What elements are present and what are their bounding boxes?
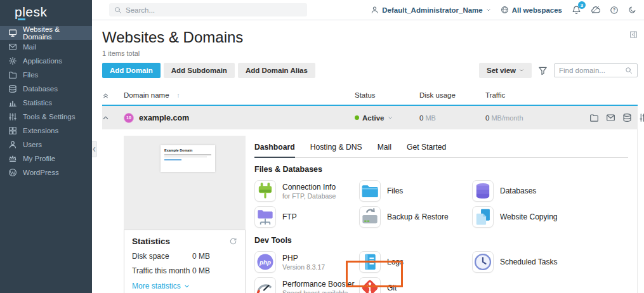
site-preview-thumbnail[interactable]: Example Domain (124, 136, 246, 230)
tab-dashboard[interactable]: Dashboard (254, 141, 295, 158)
sidebar-item-files[interactable]: Files (0, 68, 92, 82)
cloud-sync-button[interactable] (591, 5, 600, 15)
mail-icon[interactable] (606, 113, 615, 122)
topbar-right: Default_Administrator_Name All webspaces… (371, 5, 644, 15)
tile-label: Backup & Restore (387, 212, 449, 221)
add-domain-alias-button[interactable]: Add Domain Alias (238, 63, 315, 78)
gear-icon (8, 56, 17, 65)
more-statistics-link[interactable]: More statistics (132, 282, 237, 290)
tile-label: Logs (387, 257, 404, 266)
sidebar-item-my-profile[interactable]: My Profile (0, 152, 92, 166)
sidebar-collapse-handle[interactable]: ❮ (92, 141, 97, 157)
sidebar-item-label: Databases (23, 85, 58, 93)
user-name: Default_Administrator_Name (382, 6, 482, 14)
collapse-all-icon[interactable] (102, 92, 109, 99)
tile-website-copying[interactable]: Website Copying (472, 205, 628, 229)
sidebar-item-wordpress[interactable]: WordPress (0, 166, 92, 179)
statistics-row: Traffic this month0 MB (132, 266, 237, 275)
find-domain-input[interactable] (559, 67, 622, 74)
status-dot-icon (355, 115, 359, 120)
sliders-icon[interactable] (639, 113, 644, 122)
sidebar-item-label: Applications (23, 57, 62, 65)
dark-mode-toggle[interactable] (628, 6, 636, 14)
tile-label: Connection Info (282, 183, 336, 192)
tile-performance-booster[interactable]: Performance BoosterSpeed boost available (254, 276, 359, 293)
tile-php[interactable]: phpPHPVersion 8.3.17 (254, 250, 359, 274)
user-menu[interactable]: Default_Administrator_Name (371, 6, 490, 14)
sidebar-item-label: Websites & Domains (23, 25, 88, 41)
tile-databases[interactable]: Databases (472, 179, 628, 203)
database-icon[interactable] (622, 113, 632, 122)
tile-files[interactable]: Files (359, 179, 472, 203)
svg-text:php: php (259, 259, 271, 266)
plug-icon (254, 180, 276, 202)
status-label: Active (362, 114, 384, 122)
tile-connection-info[interactable]: Connection Infofor FTP, Database (254, 179, 359, 203)
sidebar-item-extensions[interactable]: Extensions (0, 124, 92, 138)
help-icon: ? (610, 6, 619, 15)
tile-backup-restore[interactable]: Backup & Restore (359, 205, 472, 229)
tab-get-started[interactable]: Get Started (407, 141, 446, 157)
folder-icon (8, 70, 17, 79)
row-collapse-icon[interactable] (102, 114, 109, 121)
sidebar-item-websites-domains[interactable]: Websites & Domains (0, 26, 92, 40)
toolbar: Add Domain Add Subdomain Add Domain Alia… (102, 63, 638, 78)
statistics-title: Statistics (132, 237, 170, 246)
sidebar-item-label: My Profile (23, 155, 55, 162)
tile-git[interactable]: Git (359, 276, 472, 293)
tile-label: Git (387, 283, 397, 292)
db-tile-icon (472, 180, 494, 202)
status-dropdown[interactable]: Active (355, 114, 419, 122)
chevron-down-icon (388, 115, 393, 120)
sidebar-item-label: Users (23, 141, 42, 148)
sidebar-item-tools-settings[interactable]: Tools & Settings (0, 110, 92, 124)
tab-mail[interactable]: Mail (378, 141, 391, 157)
database-icon (8, 84, 17, 93)
column-disk-usage[interactable]: Disk usage (419, 91, 485, 99)
tile-label: Performance Booster (282, 280, 354, 289)
sidebar-item-statistics[interactable]: Statistics (0, 96, 92, 110)
backup-icon (359, 206, 381, 228)
tile-sublabel: Version 8.3.17 (282, 263, 325, 271)
global-search[interactable] (109, 3, 307, 16)
add-domain-button[interactable]: Add Domain (102, 63, 161, 78)
notification-badge: 3 (578, 1, 586, 9)
sidebar-item-users[interactable]: Users (0, 138, 92, 152)
refresh-icon[interactable] (229, 237, 237, 245)
tile-ftp[interactable]: FTP (254, 205, 359, 229)
tile-logs[interactable]: Logs (359, 250, 472, 274)
collapse-panel-icon[interactable] (629, 30, 638, 39)
tile-label: Databases (500, 186, 536, 195)
sidebar-item-label: Extensions (23, 127, 58, 134)
sidebar-item-label: Statistics (23, 99, 52, 107)
chevron-down-icon (519, 68, 524, 73)
column-traffic[interactable]: Traffic (485, 91, 589, 99)
folder-icon[interactable] (589, 113, 599, 122)
column-domain-name[interactable]: Domain name ↑ (124, 91, 355, 99)
notifications-button[interactable]: 3 (572, 5, 581, 15)
workspaces-menu[interactable]: All webspaces (501, 6, 562, 14)
plesk-logo-text: plesk (15, 4, 48, 20)
sidebar-item-mail[interactable]: Mail (0, 40, 92, 54)
cloud-slash-icon (591, 5, 600, 15)
gauge-icon (254, 277, 276, 293)
chevron-down-icon (184, 283, 190, 289)
sort-ascending-icon: ↑ (177, 92, 180, 99)
sidebar-item-applications[interactable]: Applications (0, 54, 92, 68)
help-button[interactable]: ? (610, 6, 619, 15)
domain-tabs: DashboardHosting & DNSMailGet Started (254, 141, 628, 158)
global-search-input[interactable] (126, 6, 302, 14)
plesk-logo[interactable]: plesk (0, 0, 92, 26)
column-status[interactable]: Status (355, 91, 419, 99)
filter-funnel-icon[interactable] (538, 66, 548, 75)
find-domain-box[interactable] (554, 63, 638, 77)
domain-details: Example Domain Statistics Disk space0 MB… (102, 129, 638, 293)
add-subdomain-button[interactable]: Add Subdomain (164, 63, 235, 78)
tile-scheduled-tasks[interactable]: Scheduled Tasks (472, 250, 628, 274)
domain-name-link[interactable]: example.com (139, 114, 189, 122)
globe-icon (501, 6, 509, 14)
set-view-button[interactable]: Set view (479, 63, 532, 78)
tile-label: Files (387, 186, 403, 195)
tab-hosting-dns[interactable]: Hosting & DNS (310, 141, 362, 157)
sidebar-item-databases[interactable]: Databases (0, 82, 92, 96)
